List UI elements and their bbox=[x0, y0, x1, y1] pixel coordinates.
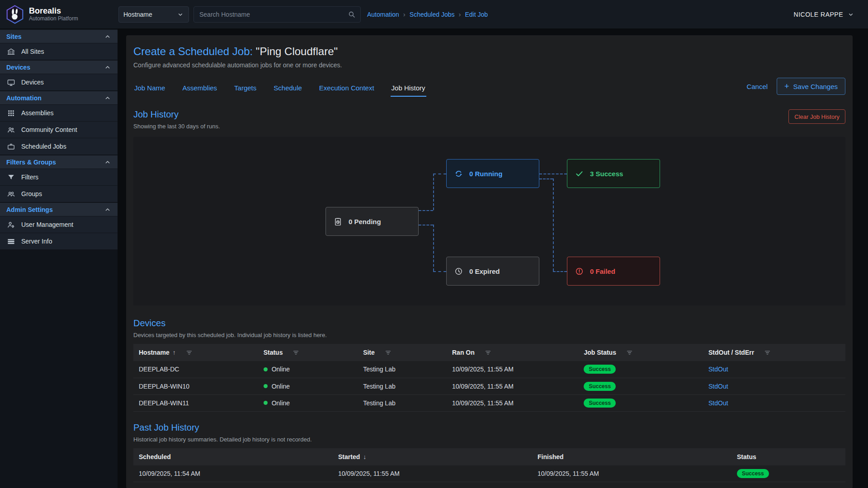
filter-icon[interactable] bbox=[764, 349, 771, 356]
breadcrumb: Automation › Scheduled Jobs › Edit Job bbox=[367, 10, 488, 18]
chevron-down-icon bbox=[177, 11, 184, 18]
expired-clock-icon bbox=[454, 267, 463, 276]
filter-icon[interactable] bbox=[485, 349, 491, 356]
sort-asc-icon: ↑ bbox=[173, 349, 176, 356]
sidebar-item-devices[interactable]: Devices bbox=[0, 74, 118, 90]
user-management-icon bbox=[7, 221, 15, 229]
sidebar-item-label: Filters bbox=[21, 174, 38, 181]
flow-connector bbox=[553, 178, 554, 271]
save-changes-label: Save Changes bbox=[793, 83, 838, 90]
tab-job-name[interactable]: Job Name bbox=[133, 82, 166, 97]
stdout-link[interactable]: StdOut bbox=[708, 383, 728, 390]
hostname-filter-select[interactable]: Hostname bbox=[118, 6, 189, 23]
status-badge: Success bbox=[737, 469, 769, 478]
cell-job-status: Success bbox=[578, 361, 703, 378]
sidebar-item-assemblies[interactable]: Assemblies bbox=[0, 104, 118, 121]
search-icon[interactable] bbox=[348, 10, 356, 19]
column-header-job-status[interactable]: Job Status bbox=[578, 344, 703, 361]
sidebar-item-server-info[interactable]: Server Info bbox=[0, 233, 118, 249]
edit-job-panel: Create a Scheduled Job: "Ping Cloudflare… bbox=[126, 35, 853, 488]
cell-site: Testing Lab bbox=[358, 394, 447, 411]
breadcrumb-edit-job[interactable]: Edit Job bbox=[465, 11, 488, 18]
devices-table: Hostname ↑ Status Site Ran bbox=[133, 344, 845, 412]
breadcrumb-separator-icon: › bbox=[403, 10, 406, 18]
status-badge: Success bbox=[584, 382, 616, 391]
user-menu[interactable]: NICOLE RAPPE bbox=[794, 11, 854, 18]
cell-hostname: DEEPLAB-WIN11 bbox=[133, 394, 258, 411]
cancel-button[interactable]: Cancel bbox=[746, 83, 768, 90]
tab-assemblies[interactable]: Assemblies bbox=[181, 82, 218, 97]
column-header-ran-on[interactable]: Ran On bbox=[447, 344, 578, 361]
status-badge: Success bbox=[584, 365, 616, 374]
column-header-hostname[interactable]: Hostname ↑ bbox=[133, 344, 258, 361]
cell-status: Online bbox=[258, 378, 358, 394]
flow-node-label: 0 Running bbox=[469, 170, 502, 178]
filter-icon[interactable] bbox=[385, 349, 392, 356]
tab-execution-context[interactable]: Execution Context bbox=[318, 82, 375, 97]
sidebar-item-all-sites[interactable]: All Sites bbox=[0, 43, 118, 60]
cell-site: Testing Lab bbox=[358, 361, 447, 378]
online-status-dot bbox=[264, 367, 268, 371]
sidebar-item-user-management[interactable]: User Management bbox=[0, 216, 118, 233]
search-input[interactable] bbox=[198, 10, 348, 19]
sidebar-item-groups[interactable]: Groups bbox=[0, 185, 118, 202]
user-name: NICOLE RAPPE bbox=[794, 11, 843, 18]
section-label: Sites bbox=[6, 33, 21, 40]
column-header-scheduled[interactable]: Scheduled bbox=[133, 448, 333, 465]
cell-status: Online bbox=[258, 361, 358, 378]
save-changes-button[interactable]: + Save Changes bbox=[777, 78, 845, 95]
sidebar-item-community-content[interactable]: Community Content bbox=[0, 121, 118, 138]
cell-stdout: StdOut bbox=[703, 394, 845, 411]
column-header-status[interactable]: Status bbox=[731, 448, 845, 465]
breadcrumb-scheduled-jobs[interactable]: Scheduled Jobs bbox=[410, 11, 455, 18]
sidebar-section-header-filters-groups[interactable]: Filters & Groups bbox=[0, 155, 118, 169]
cell-started: 10/09/2025, 11:55 AM bbox=[333, 465, 532, 482]
flow-connector bbox=[539, 174, 567, 174]
tabs-row: Job Name Assemblies Targets Schedule Exe… bbox=[133, 78, 845, 97]
sidebar-item-scheduled-jobs[interactable]: Scheduled Jobs bbox=[0, 138, 118, 155]
stdout-link[interactable]: StdOut bbox=[708, 366, 728, 373]
tab-schedule[interactable]: Schedule bbox=[273, 82, 303, 97]
stdout-link[interactable]: StdOut bbox=[708, 399, 728, 407]
breadcrumb-separator-icon: › bbox=[458, 10, 461, 18]
chevron-up-icon bbox=[104, 159, 111, 166]
column-header-stdout-stderr[interactable]: StdOut / StdErr bbox=[703, 344, 845, 361]
search-box[interactable] bbox=[193, 6, 361, 23]
sidebar-item-filters[interactable]: Filters bbox=[0, 169, 118, 185]
devices-description: Devices targeted by this scheduled job. … bbox=[133, 332, 327, 338]
sidebar-section-header-admin-settings[interactable]: Admin Settings bbox=[0, 203, 118, 216]
column-header-finished[interactable]: Finished bbox=[532, 448, 731, 465]
sidebar-section-header-sites[interactable]: Sites bbox=[0, 30, 118, 43]
devices-icon bbox=[7, 78, 15, 87]
sidebar-section-header-devices[interactable]: Devices bbox=[0, 61, 118, 74]
cell-status: Online bbox=[258, 394, 358, 411]
breadcrumb-automation[interactable]: Automation bbox=[367, 11, 399, 18]
sidebar-item-label: Server Info bbox=[21, 238, 52, 245]
cell-hostname: DEEPLAB-WIN10 bbox=[133, 378, 258, 394]
section-label: Automation bbox=[6, 94, 42, 102]
flow-node-label: 0 Expired bbox=[469, 267, 500, 275]
tab-targets[interactable]: Targets bbox=[233, 82, 257, 97]
clear-job-history-button[interactable]: Clear Job History bbox=[788, 109, 845, 124]
filter-icon[interactable] bbox=[292, 349, 299, 356]
cell-hostname: DEEPLAB-DC bbox=[133, 361, 258, 378]
page-title: Create a Scheduled Job: "Ping Cloudflare… bbox=[133, 45, 845, 58]
sidebar-item-label: Scheduled Jobs bbox=[21, 143, 66, 150]
sidebar-section-header-automation[interactable]: Automation bbox=[0, 91, 118, 104]
filters-icon bbox=[7, 173, 15, 182]
cell-scheduled: 10/09/2025, 11:54 AM bbox=[133, 465, 333, 482]
cell-ran-on: 10/09/2025, 11:55 AM bbox=[447, 378, 578, 394]
column-header-started[interactable]: Started ↓ bbox=[333, 448, 532, 465]
column-header-site[interactable]: Site bbox=[358, 344, 447, 361]
filter-icon[interactable] bbox=[186, 349, 193, 356]
filter-icon[interactable] bbox=[626, 349, 633, 356]
table-row: DEEPLAB-DC Online Testing Lab 10/09/2025… bbox=[133, 361, 845, 378]
brand: Borealis Automation Platform bbox=[0, 5, 118, 24]
sidebar-item-label: All Sites bbox=[21, 48, 44, 55]
tab-job-history[interactable]: Job History bbox=[391, 82, 426, 97]
flow-node-running: 0 Running bbox=[446, 159, 539, 188]
column-header-status[interactable]: Status bbox=[258, 344, 358, 361]
flow-node-expired: 0 Expired bbox=[446, 257, 539, 286]
sidebar: Sites All Sites Devices Devices Automati… bbox=[0, 29, 118, 488]
job-history-heading: Job History bbox=[133, 109, 220, 120]
